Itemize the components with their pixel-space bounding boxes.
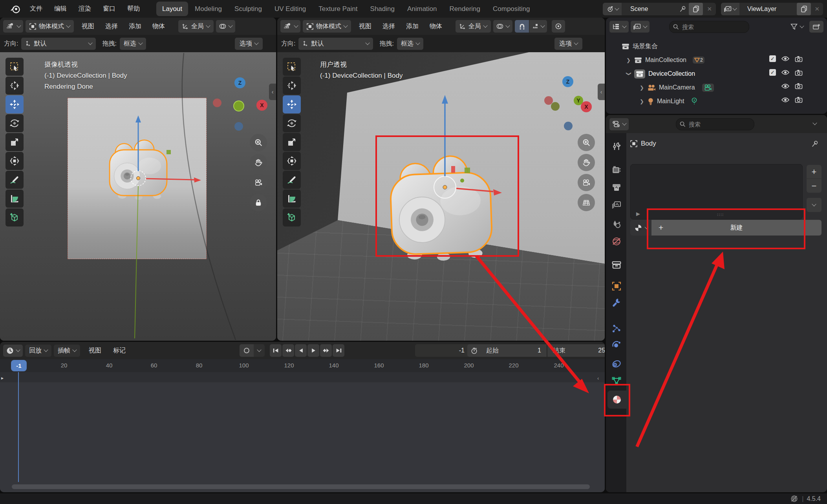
measure-tool[interactable] [283, 190, 301, 208]
pan-hand-button[interactable] [250, 154, 267, 171]
object-menu[interactable]: 物体 [430, 22, 442, 31]
collapse-arrow-icon[interactable]: ❯ [626, 71, 632, 76]
pin-icon[interactable] [679, 5, 686, 13]
axis-neg-z-ball[interactable] [564, 122, 573, 130]
tab-particles[interactable] [610, 322, 623, 335]
menu-window[interactable]: 窗口 [103, 5, 115, 13]
render-visibility-toggle[interactable] [795, 83, 803, 89]
pan-hand-button[interactable] [578, 154, 595, 171]
cursor-tool[interactable] [5, 77, 24, 95]
camera-view-button[interactable] [578, 174, 595, 191]
exclude-checkbox[interactable]: ✓ [769, 69, 776, 76]
render-visibility-toggle[interactable] [795, 69, 803, 76]
frame-start-field[interactable]: 起始1 [481, 344, 547, 357]
editor-type-button[interactable] [280, 20, 300, 33]
pivot-point-dropdown[interactable] [216, 20, 235, 33]
outliner-display-mode-button[interactable] [631, 21, 650, 33]
direction-dropdown[interactable]: 默认 [298, 38, 373, 50]
hide-eye-toggle[interactable] [781, 83, 790, 89]
outliner-editor-type-button[interactable] [609, 21, 629, 33]
add-menu[interactable]: 添加 [129, 22, 141, 31]
add-menu[interactable]: 添加 [406, 22, 419, 31]
play-reverse-button[interactable] [295, 344, 307, 357]
pin-id-icon[interactable] [811, 140, 819, 148]
camera-lock-button[interactable] [250, 194, 267, 211]
timeline-marker-menu[interactable]: 标记 [113, 347, 126, 355]
measure-tool[interactable] [5, 190, 24, 208]
jump-prev-keyframe-button[interactable] [282, 344, 294, 357]
menu-edit[interactable]: 编辑 [54, 5, 67, 13]
sidebar-collapse-arrow[interactable]: ‹ [269, 84, 276, 100]
slot-list-expand-icon[interactable]: ▶ [636, 211, 640, 217]
select-box-tool[interactable] [5, 58, 24, 76]
snap-with-dropdown[interactable] [529, 20, 547, 33]
jump-to-start-button[interactable] [270, 344, 282, 357]
rotate-tool[interactable] [5, 114, 24, 132]
select-menu[interactable]: 选择 [105, 22, 118, 31]
outliner-filter-button[interactable] [787, 21, 807, 33]
annotate-tool[interactable] [5, 171, 24, 189]
expand-arrow-icon[interactable]: ❯ [640, 85, 644, 91]
tab-object[interactable] [610, 280, 623, 292]
cursor-tool[interactable] [283, 77, 301, 95]
zoom-button[interactable] [578, 134, 595, 151]
viewlayer-browse-button[interactable] [721, 3, 739, 15]
exclude-checkbox[interactable]: ✓ [769, 55, 776, 62]
remove-material-slot-button[interactable]: − [807, 179, 822, 193]
timeline-sidebar-arrow[interactable]: ‹ [597, 375, 599, 381]
new-viewlayer-button[interactable] [797, 3, 811, 15]
axis-neg-z-ball[interactable] [234, 122, 243, 131]
new-collection-button[interactable] [809, 21, 823, 33]
blender-logo-icon[interactable] [10, 5, 20, 13]
menu-help[interactable]: 帮助 [127, 5, 140, 13]
view-menu[interactable]: 视图 [82, 22, 94, 31]
toggle-ortho-button[interactable] [578, 194, 595, 211]
transform-tool[interactable] [5, 152, 24, 170]
remove-viewlayer-icon[interactable]: ✕ [811, 5, 823, 13]
axis-neg-x-ball[interactable] [213, 99, 221, 107]
snap-toggle[interactable] [515, 20, 529, 33]
tab-output[interactable] [610, 181, 623, 194]
axis-x-ball[interactable]: X [256, 100, 267, 111]
tab-physics[interactable] [610, 339, 623, 351]
timeline-ruler[interactable]: 20 40 60 80 100 120 140 160 180 200 220 … [0, 359, 605, 373]
orientation-dropdown[interactable]: 全局 [178, 20, 214, 33]
tab-collection[interactable] [610, 259, 623, 271]
jump-next-keyframe-button[interactable] [320, 344, 332, 357]
properties-editor-type-button[interactable] [609, 118, 629, 130]
tab-world[interactable] [610, 235, 623, 248]
auto-key-dropdown[interactable] [254, 344, 265, 357]
tab-compositing[interactable]: Compositing [487, 2, 536, 16]
hide-eye-toggle[interactable] [781, 69, 790, 75]
add-cube-tool[interactable] [5, 208, 24, 226]
playback-menu[interactable]: 回放 [25, 345, 51, 357]
move-tool[interactable] [5, 95, 24, 113]
auto-key-toggle[interactable] [240, 344, 254, 357]
direction-dropdown[interactable]: 默认 [21, 38, 96, 50]
expand-arrow-icon[interactable]: ❯ [640, 99, 644, 104]
properties-options-chevron[interactable] [812, 121, 817, 125]
scale-t ool[interactable] [283, 133, 301, 151]
view-menu[interactable]: 视图 [359, 22, 371, 31]
proportional-edit-toggle[interactable] [552, 20, 565, 33]
scene-browse-button[interactable] [603, 3, 622, 15]
axis-z-ball[interactable]: Z [562, 76, 573, 87]
timeline-view-menu[interactable]: 视图 [89, 347, 101, 355]
tab-sculpting[interactable]: Sculpting [229, 2, 268, 16]
tab-layout[interactable]: Layout [156, 2, 188, 16]
unlink-scene-icon[interactable]: ✕ [703, 5, 716, 13]
tab-render[interactable] [610, 164, 623, 176]
channel-expand-arrow[interactable]: ▸ [1, 375, 4, 381]
timeline-editor-type-button[interactable] [3, 345, 23, 357]
move-tool[interactable] [283, 95, 301, 113]
axis-y-ball[interactable] [234, 101, 243, 111]
properties-search-input[interactable] [676, 118, 754, 130]
timeline-scrollbar[interactable] [12, 484, 590, 489]
select-menu[interactable]: 选择 [382, 22, 395, 31]
sidebar-collapse-arrow[interactable]: ‹ [598, 84, 605, 100]
material-specials-button[interactable] [807, 198, 822, 212]
tab-constraints[interactable] [610, 358, 623, 370]
mode-dropdown[interactable]: 物体模式 [26, 20, 74, 33]
jump-to-end-button[interactable] [333, 344, 344, 357]
axis-neg-y-ball[interactable] [551, 102, 560, 111]
